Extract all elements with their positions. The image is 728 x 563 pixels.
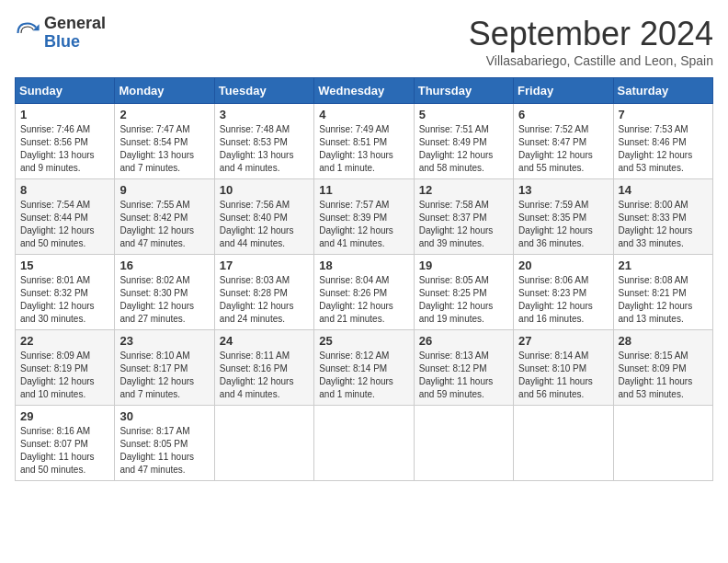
- day-cell: 12Sunrise: 7:58 AM Sunset: 8:37 PM Dayli…: [414, 179, 513, 255]
- day-number: 15: [20, 259, 109, 272]
- day-info: Sunrise: 8:09 AM Sunset: 8:19 PM Dayligh…: [20, 350, 109, 401]
- day-info: Sunrise: 8:13 AM Sunset: 8:12 PM Dayligh…: [419, 350, 508, 401]
- day-info: Sunrise: 7:54 AM Sunset: 8:44 PM Dayligh…: [20, 199, 109, 250]
- day-cell: 18Sunrise: 8:04 AM Sunset: 8:26 PM Dayli…: [314, 255, 414, 330]
- day-info: Sunrise: 8:10 AM Sunset: 8:17 PM Dayligh…: [119, 350, 209, 401]
- day-info: Sunrise: 7:56 AM Sunset: 8:40 PM Dayligh…: [220, 199, 309, 250]
- col-header-monday: Monday: [115, 78, 214, 104]
- day-number: 28: [619, 334, 708, 348]
- day-info: Sunrise: 8:02 AM Sunset: 8:30 PM Dayligh…: [119, 274, 209, 326]
- day-info: Sunrise: 8:04 AM Sunset: 8:26 PM Dayligh…: [319, 274, 408, 326]
- day-cell: 16Sunrise: 8:02 AM Sunset: 8:30 PM Dayli…: [115, 255, 214, 330]
- day-number: 2: [119, 108, 209, 121]
- col-header-tuesday: Tuesday: [214, 78, 313, 104]
- day-number: 3: [220, 108, 309, 121]
- day-cell: 8Sunrise: 7:54 AM Sunset: 8:44 PM Daylig…: [16, 179, 115, 255]
- header: General Blue September 2024 Villasabarie…: [15, 15, 713, 68]
- day-info: Sunrise: 7:46 AM Sunset: 8:56 PM Dayligh…: [20, 123, 109, 175]
- day-cell: 9Sunrise: 7:55 AM Sunset: 8:42 PM Daylig…: [115, 179, 214, 255]
- day-number: 18: [319, 259, 408, 272]
- day-cell: [214, 406, 313, 481]
- day-number: 25: [319, 334, 408, 348]
- day-info: Sunrise: 8:15 AM Sunset: 8:09 PM Dayligh…: [619, 350, 708, 401]
- day-number: 5: [419, 108, 508, 121]
- day-number: 30: [119, 409, 209, 423]
- day-info: Sunrise: 8:16 AM Sunset: 8:07 PM Dayligh…: [20, 425, 109, 477]
- day-cell: 28Sunrise: 8:15 AM Sunset: 8:09 PM Dayli…: [613, 330, 712, 406]
- day-info: Sunrise: 7:49 AM Sunset: 8:51 PM Dayligh…: [319, 123, 408, 175]
- day-cell: 13Sunrise: 7:59 AM Sunset: 8:35 PM Dayli…: [514, 179, 613, 255]
- day-cell: 7Sunrise: 7:53 AM Sunset: 8:46 PM Daylig…: [613, 104, 712, 179]
- day-cell: [414, 406, 513, 481]
- day-number: 27: [518, 334, 608, 348]
- day-cell: 22Sunrise: 8:09 AM Sunset: 8:19 PM Dayli…: [16, 330, 115, 406]
- logo-general-text: General: [44, 15, 106, 33]
- day-cell: 4Sunrise: 7:49 AM Sunset: 8:51 PM Daylig…: [314, 104, 414, 179]
- week-row-1: 1Sunrise: 7:46 AM Sunset: 8:56 PM Daylig…: [16, 104, 713, 179]
- col-header-sunday: Sunday: [16, 78, 115, 104]
- day-cell: 1Sunrise: 7:46 AM Sunset: 8:56 PM Daylig…: [16, 104, 115, 179]
- day-info: Sunrise: 8:08 AM Sunset: 8:21 PM Dayligh…: [619, 274, 708, 326]
- day-cell: 10Sunrise: 7:56 AM Sunset: 8:40 PM Dayli…: [214, 179, 313, 255]
- day-cell: 20Sunrise: 8:06 AM Sunset: 8:23 PM Dayli…: [514, 255, 613, 330]
- day-cell: 5Sunrise: 7:51 AM Sunset: 8:49 PM Daylig…: [414, 104, 513, 179]
- day-info: Sunrise: 8:14 AM Sunset: 8:10 PM Dayligh…: [518, 350, 608, 401]
- day-number: 9: [119, 183, 209, 197]
- day-info: Sunrise: 8:12 AM Sunset: 8:14 PM Dayligh…: [319, 350, 408, 401]
- day-number: 8: [20, 183, 109, 197]
- day-info: Sunrise: 8:11 AM Sunset: 8:16 PM Dayligh…: [220, 350, 309, 401]
- day-info: Sunrise: 7:59 AM Sunset: 8:35 PM Dayligh…: [518, 199, 608, 250]
- day-number: 14: [619, 183, 708, 197]
- day-info: Sunrise: 8:17 AM Sunset: 8:05 PM Dayligh…: [119, 425, 209, 477]
- day-info: Sunrise: 8:05 AM Sunset: 8:25 PM Dayligh…: [419, 274, 508, 326]
- week-row-3: 15Sunrise: 8:01 AM Sunset: 8:32 PM Dayli…: [16, 255, 713, 330]
- day-cell: 6Sunrise: 7:52 AM Sunset: 8:47 PM Daylig…: [514, 104, 613, 179]
- day-cell: 3Sunrise: 7:48 AM Sunset: 8:53 PM Daylig…: [214, 104, 313, 179]
- logo-icon: [15, 20, 40, 46]
- day-info: Sunrise: 7:55 AM Sunset: 8:42 PM Dayligh…: [119, 199, 209, 250]
- day-info: Sunrise: 7:48 AM Sunset: 8:53 PM Dayligh…: [220, 123, 309, 175]
- day-number: 16: [119, 259, 209, 272]
- day-cell: [514, 406, 613, 481]
- day-info: Sunrise: 8:06 AM Sunset: 8:23 PM Dayligh…: [518, 274, 608, 326]
- day-info: Sunrise: 7:57 AM Sunset: 8:39 PM Dayligh…: [319, 199, 408, 250]
- day-info: Sunrise: 8:01 AM Sunset: 8:32 PM Dayligh…: [20, 274, 109, 326]
- day-number: 23: [119, 334, 209, 348]
- day-cell: 21Sunrise: 8:08 AM Sunset: 8:21 PM Dayli…: [613, 255, 712, 330]
- title-area: September 2024 Villasabariego, Castille …: [469, 15, 713, 68]
- day-info: Sunrise: 7:52 AM Sunset: 8:47 PM Dayligh…: [518, 123, 608, 175]
- day-cell: 2Sunrise: 7:47 AM Sunset: 8:54 PM Daylig…: [115, 104, 214, 179]
- location-subtitle: Villasabariego, Castille and Leon, Spain: [469, 53, 713, 68]
- day-number: 19: [419, 259, 508, 272]
- day-number: 10: [220, 183, 309, 197]
- month-title: September 2024: [469, 15, 713, 53]
- logo: General Blue: [15, 15, 106, 52]
- day-cell: 15Sunrise: 8:01 AM Sunset: 8:32 PM Dayli…: [16, 255, 115, 330]
- day-cell: 30Sunrise: 8:17 AM Sunset: 8:05 PM Dayli…: [115, 406, 214, 481]
- day-cell: 26Sunrise: 8:13 AM Sunset: 8:12 PM Dayli…: [414, 330, 513, 406]
- col-header-wednesday: Wednesday: [314, 78, 414, 104]
- calendar-table: SundayMondayTuesdayWednesdayThursdayFrid…: [15, 77, 713, 481]
- day-cell: 11Sunrise: 7:57 AM Sunset: 8:39 PM Dayli…: [314, 179, 414, 255]
- day-number: 12: [419, 183, 508, 197]
- logo-blue-text: Blue: [44, 33, 106, 52]
- week-row-2: 8Sunrise: 7:54 AM Sunset: 8:44 PM Daylig…: [16, 179, 713, 255]
- day-number: 11: [319, 183, 408, 197]
- col-header-friday: Friday: [514, 78, 613, 104]
- day-cell: 25Sunrise: 8:12 AM Sunset: 8:14 PM Dayli…: [314, 330, 414, 406]
- day-cell: [613, 406, 712, 481]
- day-info: Sunrise: 7:58 AM Sunset: 8:37 PM Dayligh…: [419, 199, 508, 250]
- day-number: 1: [20, 108, 109, 121]
- day-number: 17: [220, 259, 309, 272]
- day-cell: 24Sunrise: 8:11 AM Sunset: 8:16 PM Dayli…: [214, 330, 313, 406]
- day-number: 6: [518, 108, 608, 121]
- day-info: Sunrise: 8:03 AM Sunset: 8:28 PM Dayligh…: [220, 274, 309, 326]
- day-info: Sunrise: 8:00 AM Sunset: 8:33 PM Dayligh…: [619, 199, 708, 250]
- day-info: Sunrise: 7:53 AM Sunset: 8:46 PM Dayligh…: [619, 123, 708, 175]
- day-number: 20: [518, 259, 608, 272]
- day-number: 22: [20, 334, 109, 348]
- day-cell: 23Sunrise: 8:10 AM Sunset: 8:17 PM Dayli…: [115, 330, 214, 406]
- day-cell: 19Sunrise: 8:05 AM Sunset: 8:25 PM Dayli…: [414, 255, 513, 330]
- day-number: 29: [20, 409, 109, 423]
- day-cell: 27Sunrise: 8:14 AM Sunset: 8:10 PM Dayli…: [514, 330, 613, 406]
